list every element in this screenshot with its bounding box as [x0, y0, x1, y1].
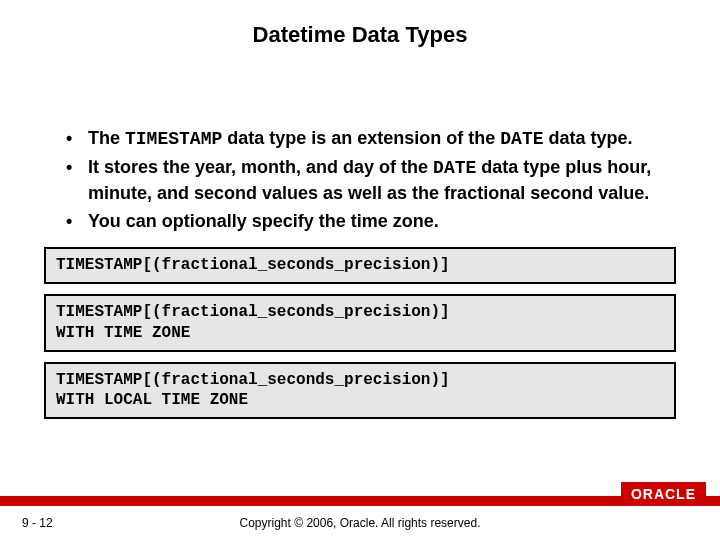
inline-code: DATE	[433, 158, 476, 178]
bullet-text: data type is an extension of the	[222, 128, 500, 148]
code-box: TIMESTAMP[(fractional_seconds_precision)…	[44, 362, 676, 420]
content-area: The TIMESTAMP data type is an extension …	[0, 56, 720, 233]
footer: ORACLE 9 - 12 Copyright © 2006, Oracle. …	[0, 498, 720, 540]
bullet-text: It stores the year, month, and day of th…	[88, 157, 433, 177]
inline-code: TIMESTAMP	[125, 129, 222, 149]
codebox-group: TIMESTAMP[(fractional_seconds_precision)…	[0, 237, 720, 419]
copyright-text: Copyright © 2006, Oracle. All rights res…	[0, 516, 720, 530]
code-box: TIMESTAMP[(fractional_seconds_precision)…	[44, 294, 676, 352]
slide: Datetime Data Types The TIMESTAMP data t…	[0, 0, 720, 540]
slide-title: Datetime Data Types	[0, 0, 720, 56]
bullet-item: It stores the year, month, and day of th…	[60, 155, 660, 205]
bullet-text: You can optionally specify the time zone…	[88, 211, 439, 231]
bullet-text: data type.	[544, 128, 633, 148]
bullet-item: You can optionally specify the time zone…	[60, 209, 660, 233]
footer-bar	[0, 496, 720, 506]
bullet-list: The TIMESTAMP data type is an extension …	[60, 126, 660, 233]
bullet-text: The	[88, 128, 125, 148]
oracle-logo: ORACLE	[621, 482, 706, 506]
bullet-item: The TIMESTAMP data type is an extension …	[60, 126, 660, 151]
inline-code: DATE	[500, 129, 543, 149]
code-box: TIMESTAMP[(fractional_seconds_precision)…	[44, 247, 676, 284]
